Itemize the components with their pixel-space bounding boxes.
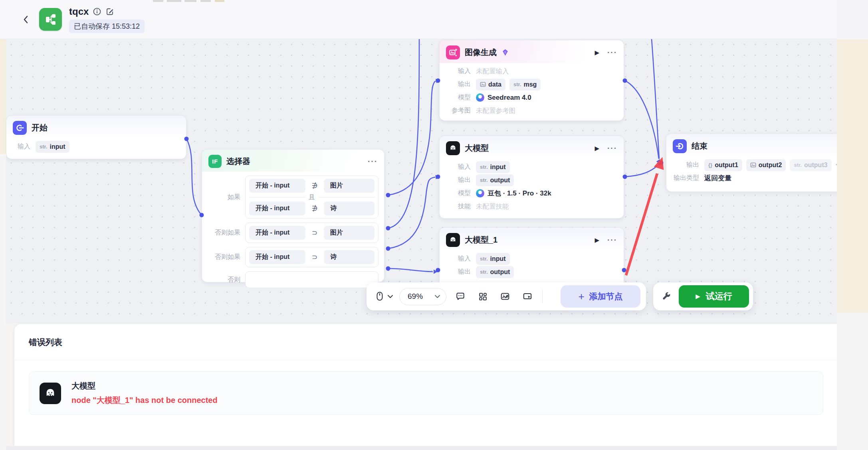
node-start[interactable]: 开始 输入 str. input <box>6 115 186 159</box>
condition-left-operand[interactable]: 开始 - input <box>249 179 305 193</box>
workflow-title: tqcx <box>69 6 89 17</box>
row-label: 输入 <box>445 255 471 263</box>
condition-left-operand[interactable]: 开始 - input <box>249 201 305 215</box>
variable-chip[interactable]: {} output1 <box>704 159 742 171</box>
condition-left-operand[interactable]: 开始 - input <box>249 226 305 240</box>
run-node-icon[interactable]: ▶ <box>595 237 599 244</box>
variable-chip[interactable]: str. input <box>36 141 69 153</box>
play-icon: ▶ <box>696 293 700 300</box>
condition-row[interactable]: 开始 - input ∌ 图片 <box>249 179 375 193</box>
else-empty-box[interactable] <box>245 271 379 288</box>
row-label: 技能 <box>445 202 471 211</box>
workflow-editor: tqcx 已自动保存 15:53:12 开始 输入 str. input <box>0 0 868 450</box>
condition-right-operand[interactable]: 诗 <box>324 250 375 264</box>
row-label: 输出 <box>445 176 471 184</box>
variable-chip[interactable]: output2 <box>746 159 786 171</box>
image-type-icon <box>480 81 486 87</box>
error-node-name: 大模型 <box>71 381 218 391</box>
condition-operator[interactable]: ∌ <box>309 182 321 190</box>
row-label: 模型 <box>445 189 471 197</box>
run-node-icon[interactable]: ▶ <box>595 49 599 56</box>
variable-chip[interactable]: str. output <box>476 266 514 278</box>
condition-right-operand[interactable]: 诗 <box>324 201 375 215</box>
condition-right-operand[interactable]: 图片 <box>324 179 375 193</box>
error-message: node "大模型_1" has not be connected <box>71 395 218 406</box>
node-menu-icon[interactable]: ··· <box>368 157 378 166</box>
node-end[interactable]: 结束 输出 {} output1 output2 str. output3 ··… <box>666 134 854 192</box>
condition-branch-elseif: 否则如果 开始 - input ⊃ 诗 <box>205 247 379 267</box>
desktop-strip-right <box>837 39 868 313</box>
chevron-down-icon[interactable] <box>386 290 394 302</box>
node-menu-icon[interactable]: ··· <box>607 48 617 57</box>
condition-row[interactable]: 开始 - input ∌ 诗 <box>249 201 375 215</box>
run-node-icon[interactable]: ▶ <box>595 145 599 152</box>
condition-branch-if: 如果 开始 - input ∌ 图片 且 开始 - input ∌ 诗 <box>205 176 379 219</box>
llm-node-icon <box>446 141 460 155</box>
desktop-strip-right-top <box>837 0 868 39</box>
variable-chip[interactable]: str. output3 <box>790 159 831 171</box>
variable-chip[interactable]: str. output <box>476 174 514 186</box>
premium-gem-icon <box>501 49 509 56</box>
condition-branch-elseif: 否则如果 开始 - input ⊃ 图片 <box>205 223 379 243</box>
row-label: 输出类型 <box>670 174 699 182</box>
node-imagegen[interactable]: 图像生成 ▶ ··· 输入 未配置输入 输出 data str. msg <box>439 40 624 121</box>
llm-node-icon <box>446 233 460 247</box>
error-item[interactable]: 大模型 node "大模型_1" has not be connected <box>29 371 823 415</box>
if-node-icon: IF <box>208 155 222 168</box>
variable-name: output3 <box>804 162 828 169</box>
node-llm[interactable]: 大模型 ▶ ··· 输入 str. input 输出 str. output <box>439 136 624 219</box>
branch-label: 否则如果 <box>205 253 240 261</box>
branch-label: 否则 <box>205 276 240 284</box>
export-canvas-icon[interactable] <box>521 290 533 302</box>
wrench-icon[interactable] <box>660 290 672 302</box>
variable-chip[interactable]: str. input <box>476 253 510 265</box>
add-node-button[interactable]: + 添加节点 <box>561 285 640 308</box>
condition-right-operand[interactable]: 图片 <box>324 226 375 240</box>
row-label: 输入 <box>12 142 30 151</box>
model-name: Seedream 4.0 <box>488 94 531 102</box>
condition-left-operand[interactable]: 开始 - input <box>249 250 305 264</box>
test-run-button[interactable]: ▶ 试运行 <box>679 285 749 308</box>
unconfigured-text: 未配置输入 <box>476 67 509 76</box>
node-menu-icon[interactable]: ··· <box>607 236 617 245</box>
chevron-left-icon <box>21 14 31 25</box>
node-title: 大模型_1 <box>465 235 497 245</box>
back-button[interactable] <box>19 13 33 26</box>
variable-name: input <box>490 255 506 262</box>
condition-row[interactable]: 开始 - input ⊃ 诗 <box>249 250 375 264</box>
top-edge-artifact <box>200 0 211 2</box>
model-name: 豆包 · 1.5 · Pro · 32k <box>488 189 551 198</box>
branch-label: 否则如果 <box>205 229 240 237</box>
edit-icon[interactable] <box>105 7 114 16</box>
variable-chip[interactable]: str. msg <box>509 79 541 91</box>
error-panel: 错误列表 大模型 node "大模型_1" has not be connect… <box>14 324 838 446</box>
image-upload-icon[interactable] <box>499 290 511 302</box>
node-selector[interactable]: IF 选择器 ··· 如果 开始 - input ∌ 图片 且 <box>202 149 384 282</box>
row-label: 输入 <box>445 163 471 171</box>
type-prefix: str. <box>794 162 802 168</box>
comment-icon[interactable] <box>454 290 466 302</box>
and-divider: 且 <box>249 193 375 201</box>
row-label: 输出 <box>670 161 699 169</box>
condition-row[interactable]: 开始 - input ⊃ 图片 <box>249 226 375 240</box>
node-title: 选择器 <box>226 156 250 167</box>
zoom-select[interactable]: 69% <box>399 288 446 305</box>
error-panel-title: 错误列表 <box>14 324 838 348</box>
variable-name: msg <box>523 81 537 88</box>
node-llm1[interactable]: 大模型_1 ▶ ··· 输入 str. input 输出 str. output <box>439 227 624 286</box>
mouse-mode-icon[interactable] <box>374 290 386 302</box>
node-title: 结束 <box>692 141 707 152</box>
doubao-logo-icon <box>476 189 484 197</box>
variable-chip[interactable]: str. input <box>476 161 510 173</box>
node-menu-icon[interactable]: ··· <box>607 144 617 153</box>
variable-chip[interactable]: data <box>476 79 505 91</box>
end-node-icon <box>673 139 687 153</box>
info-icon[interactable] <box>93 7 101 16</box>
condition-operator[interactable]: ⊃ <box>309 253 321 261</box>
node-title: 开始 <box>32 122 48 133</box>
desktop-strip-right-lower <box>837 313 868 450</box>
condition-operator[interactable]: ⊃ <box>309 229 321 237</box>
layout-grid-icon[interactable] <box>477 290 489 302</box>
condition-operator[interactable]: ∌ <box>309 204 321 213</box>
start-node-icon <box>13 121 27 135</box>
